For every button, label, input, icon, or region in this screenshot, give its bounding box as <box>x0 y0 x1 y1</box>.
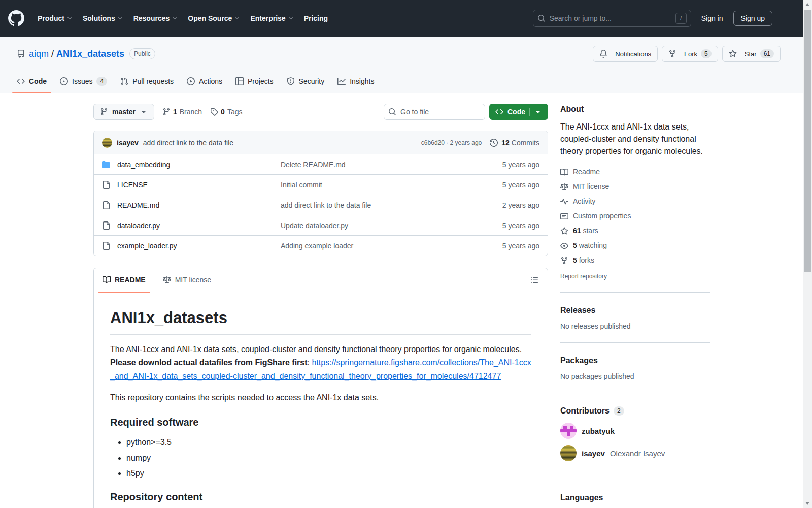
tab-security[interactable]: Security <box>282 69 329 93</box>
report-repository-link[interactable]: Report repository <box>560 273 607 280</box>
eye-icon <box>560 242 568 250</box>
nav-product[interactable]: Product <box>32 10 78 26</box>
code-icon <box>495 108 503 116</box>
file-commit-link[interactable]: Update dataloader.py <box>281 221 348 230</box>
git-branch-icon <box>100 108 108 116</box>
tags-link[interactable]: 0 Tags <box>210 108 242 116</box>
file-link[interactable]: LICENSE <box>117 181 148 189</box>
fork-icon <box>668 50 676 58</box>
commit-history-link[interactable]: 12 Commits <box>490 139 539 147</box>
tab-projects[interactable]: Projects <box>231 69 278 93</box>
triangle-down-icon[interactable] <box>534 108 542 116</box>
repo-icon <box>17 50 25 58</box>
commit-author-link[interactable]: isayev <box>117 139 139 147</box>
contributor-login[interactable]: isayev <box>582 449 605 458</box>
contributors-count: 2 <box>614 406 624 416</box>
file-commit-link[interactable]: Initial commit <box>281 181 322 189</box>
chevron-down-icon <box>234 15 240 21</box>
go-to-file-input[interactable] <box>400 108 481 116</box>
notifications-button[interactable]: Notifications <box>593 46 658 62</box>
about-description: The ANI-1ccx and ANI-1x data sets, coupl… <box>560 121 710 157</box>
file-link[interactable]: dataloader.py <box>117 221 160 230</box>
releases-title: Releases <box>560 306 710 315</box>
book-icon <box>560 168 568 176</box>
search-input[interactable] <box>550 14 671 22</box>
sign-in-link[interactable]: Sign in <box>698 12 726 24</box>
avatar[interactable] <box>102 138 112 148</box>
contributor-login[interactable]: zubatyuk <box>582 427 615 435</box>
list-item[interactable]: isayev Olexandr Isayev <box>560 445 710 461</box>
tab-insights[interactable]: Insights <box>333 69 379 93</box>
code-icon <box>17 77 25 85</box>
tab-actions[interactable]: Actions <box>182 69 227 93</box>
nav-resources[interactable]: Resources <box>128 10 183 26</box>
nav-pricing[interactable]: Pricing <box>299 10 333 26</box>
global-search[interactable]: / <box>533 10 691 27</box>
list-item[interactable]: zubatyuk <box>560 423 710 439</box>
commit-sha-link[interactable]: c6b6d20 <box>421 139 445 146</box>
readme-content: ANI1x_datasets The ANI-1ccx and ANI-1x d… <box>94 292 548 508</box>
readme-link[interactable]: Readme <box>560 165 710 179</box>
note-icon <box>560 212 568 220</box>
scroll-up-arrow[interactable] <box>805 3 809 6</box>
issues-count: 4 <box>96 77 107 86</box>
packages-title: Packages <box>560 356 710 365</box>
star-count: 61 <box>760 49 774 58</box>
file-age: 5 years ago <box>463 161 539 169</box>
branches-link[interactable]: 1 Branch <box>162 108 202 116</box>
commit-message-link[interactable]: add direct link to the data file <box>143 139 233 147</box>
github-logo-icon[interactable] <box>8 10 24 26</box>
visibility-badge: Public <box>129 48 155 59</box>
license-link[interactable]: MIT license <box>560 179 710 194</box>
required-software-list: python>=3.5 numpy h5py <box>110 436 531 479</box>
nav-open-source[interactable]: Open Source <box>183 10 245 26</box>
site-nav: Product Solutions Resources Open Source … <box>32 10 333 26</box>
contributor-name[interactable]: Olexandr Isayev <box>610 449 665 458</box>
readme-panel: README MIT license ANI1x_datasets The AN… <box>93 268 548 508</box>
file-commit-link[interactable]: Delete README.md <box>281 161 346 169</box>
file-link[interactable]: data_embedding <box>117 161 170 169</box>
file-icon <box>102 181 110 189</box>
list-item: python>=3.5 <box>126 436 531 448</box>
languages-title: Languages <box>560 493 710 502</box>
issue-opened-icon <box>60 77 68 85</box>
code-download-button[interactable]: Code <box>489 104 548 120</box>
tab-mit-license[interactable]: MIT license <box>154 268 220 292</box>
repo-name-link[interactable]: ANI1x_datasets <box>56 49 124 59</box>
scrollbar-thumb[interactable] <box>804 10 811 272</box>
go-to-file[interactable] <box>384 104 485 120</box>
tab-readme[interactable]: README <box>94 268 154 292</box>
releases-empty: No releases published <box>560 322 710 330</box>
tab-code[interactable]: Code <box>12 69 51 93</box>
readme-heading-required-software: Required software <box>110 417 531 428</box>
sign-up-button[interactable]: Sign up <box>733 11 772 26</box>
file-commit-link[interactable]: add direct link to the data file <box>281 201 371 209</box>
file-link[interactable]: example_loader.py <box>117 242 177 250</box>
repo-owner-link[interactable]: aiqm <box>29 49 49 59</box>
shield-icon <box>287 77 295 85</box>
triangle-down-icon <box>140 108 148 116</box>
packages-empty: No packages published <box>560 372 710 380</box>
forks-link[interactable]: 5 forks <box>560 253 710 268</box>
outline-button[interactable] <box>526 272 543 288</box>
page-scrollbar[interactable] <box>803 0 812 508</box>
tab-pull-requests[interactable]: Pull requests <box>116 69 178 93</box>
commit-time: 2 years ago <box>450 139 482 146</box>
nav-enterprise[interactable]: Enterprise <box>245 10 298 26</box>
custom-properties-link[interactable]: Custom properties <box>560 209 710 224</box>
scroll-down-arrow[interactable] <box>805 502 809 505</box>
tab-issues[interactable]: Issues 4 <box>55 69 112 93</box>
file-commit-link[interactable]: Adding example loader <box>281 242 353 250</box>
activity-link[interactable]: Activity <box>560 194 710 209</box>
file-link[interactable]: README.md <box>117 201 159 209</box>
law-icon <box>163 276 171 284</box>
search-icon <box>388 108 396 116</box>
star-button[interactable]: Star 61 <box>722 46 781 62</box>
code-view: master 1 Branch 0 Tags <box>93 104 548 508</box>
branch-selector[interactable]: master <box>93 104 154 120</box>
fork-button[interactable]: Fork 5 <box>662 46 718 62</box>
stars-link[interactable]: 61 stars <box>560 224 710 238</box>
nav-solutions[interactable]: Solutions <box>78 10 128 26</box>
watching-link[interactable]: 5 watching <box>560 238 710 253</box>
commit-meta: c6b6d20 · 2 years ago <box>421 139 482 146</box>
